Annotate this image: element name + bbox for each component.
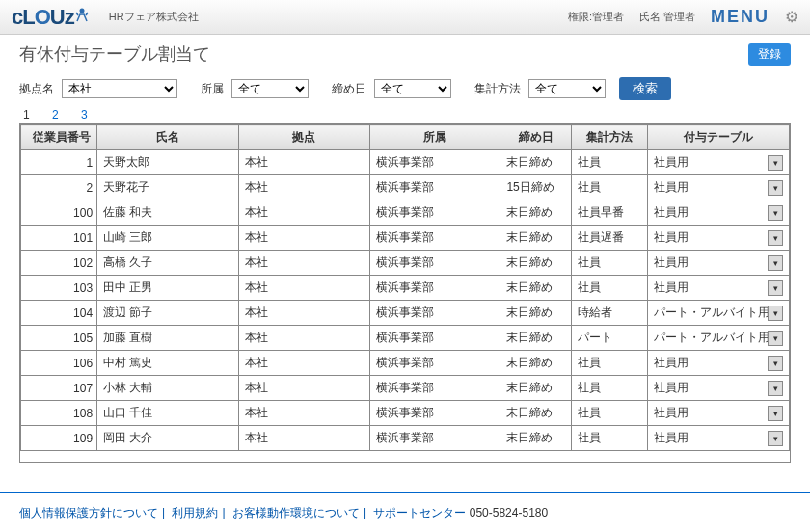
cell-aggregation: 社員: [571, 426, 647, 451]
table-container[interactable]: 従業員番号 氏名 拠点 所属 締め日 集計方法 付与テーブル 1天野太郎本社横浜…: [19, 123, 791, 463]
cell-aggregation: パート: [571, 326, 647, 351]
table-row: 105加藤 直樹本社横浜事業部末日締めパートパート・アルバイト用▾: [21, 326, 790, 351]
department-select[interactable]: 全て: [231, 79, 309, 98]
cell-assign: 社員用▾: [647, 376, 789, 401]
chevron-down-icon[interactable]: ▾: [768, 180, 783, 196]
chevron-down-icon[interactable]: ▾: [768, 331, 783, 346]
cell-name: 高橋 久子: [97, 251, 239, 276]
app-header: cLOUz HRフェア株式会社 権限:管理者 氏名:管理者 MENU ⚙: [0, 0, 810, 35]
aggregation-label: 集計方法: [474, 81, 521, 97]
cell-department: 横浜事業部: [369, 301, 500, 326]
chevron-down-icon[interactable]: ▾: [768, 381, 783, 396]
chevron-down-icon[interactable]: ▾: [768, 230, 783, 246]
chevron-down-icon[interactable]: ▾: [768, 406, 783, 421]
cell-closing: 末日締め: [500, 326, 571, 351]
chevron-down-icon[interactable]: ▾: [768, 255, 783, 271]
cell-closing: 末日締め: [500, 251, 571, 276]
svg-point-0: [79, 8, 84, 13]
cell-department: 横浜事業部: [369, 175, 500, 200]
cell-department: 横浜事業部: [369, 426, 500, 451]
cell-assign: パート・アルバイト用▾: [647, 326, 789, 351]
logo: cLOUz: [12, 5, 90, 30]
svg-line-1: [76, 13, 78, 15]
menu-button[interactable]: MENU: [711, 7, 770, 27]
cell-num: 105: [21, 326, 97, 351]
cell-aggregation: 社員遅番: [571, 226, 647, 251]
cell-num: 2: [21, 175, 97, 200]
cell-aggregation: 社員: [571, 175, 647, 200]
footer-env[interactable]: お客様動作環境について: [232, 506, 360, 519]
location-select[interactable]: 本社: [62, 79, 177, 98]
cell-aggregation: 社員: [571, 276, 647, 301]
cell-location: 本社: [239, 301, 370, 326]
cell-location: 本社: [239, 401, 370, 426]
filter-bar: 拠点名 本社 所属 全て 締め日 全て 集計方法 全て 検索: [19, 77, 791, 100]
chevron-down-icon[interactable]: ▾: [768, 205, 783, 221]
cell-assign: 社員用▾: [647, 251, 789, 276]
cell-num: 106: [21, 351, 97, 376]
cell-closing: 末日締め: [500, 401, 571, 426]
cell-aggregation: 社員: [571, 150, 647, 175]
cell-closing: 末日締め: [500, 426, 571, 451]
cell-location: 本社: [239, 326, 370, 351]
table-row: 106中村 篤史本社横浜事業部末日締め社員社員用▾: [21, 351, 790, 376]
col-closing: 締め日: [500, 125, 571, 150]
footer-support[interactable]: サポートセンター: [373, 506, 466, 519]
cell-num: 108: [21, 401, 97, 426]
cell-aggregation: 社員: [571, 251, 647, 276]
cell-closing: 末日締め: [500, 200, 571, 226]
cell-aggregation: 社員: [571, 351, 647, 376]
cell-assign: 社員用▾: [647, 226, 789, 251]
chevron-down-icon[interactable]: ▾: [768, 306, 783, 321]
cell-name: 天野花子: [97, 175, 239, 200]
footer-terms[interactable]: 利用規約: [172, 506, 218, 519]
search-button[interactable]: 検索: [619, 77, 671, 100]
cell-department: 横浜事業部: [369, 401, 500, 426]
table-row: 1天野太郎本社横浜事業部末日締め社員社員用▾: [21, 150, 790, 175]
table-row: 103田中 正男本社横浜事業部末日締め社員社員用▾: [21, 276, 790, 301]
cell-department: 横浜事業部: [369, 326, 500, 351]
gear-icon[interactable]: ⚙: [785, 8, 798, 26]
cell-location: 本社: [239, 276, 370, 301]
cell-name: 小林 大輔: [97, 376, 239, 401]
chevron-down-icon[interactable]: ▾: [768, 356, 783, 371]
footer-privacy[interactable]: 個人情報保護方針について: [19, 506, 158, 519]
aggregation-select[interactable]: 全て: [528, 79, 606, 98]
cell-closing: 末日締め: [500, 150, 571, 175]
cell-assign: 社員用▾: [647, 150, 789, 175]
cell-assign: 社員用▾: [647, 426, 789, 451]
cell-department: 横浜事業部: [369, 226, 500, 251]
closing-label: 締め日: [332, 81, 366, 97]
cell-department: 横浜事業部: [369, 376, 500, 401]
cell-aggregation: 時給者: [571, 301, 647, 326]
page-link-2[interactable]: 2: [52, 108, 59, 121]
chevron-down-icon[interactable]: ▾: [768, 431, 783, 446]
cell-closing: 末日締め: [500, 351, 571, 376]
col-name: 氏名: [97, 125, 239, 150]
table-row: 107小林 大輔本社横浜事業部末日締め社員社員用▾: [21, 376, 790, 401]
table-row: 101山崎 三郎本社横浜事業部末日締め社員遅番社員用▾: [21, 226, 790, 251]
chevron-down-icon[interactable]: ▾: [768, 155, 783, 171]
cell-name: 山口 千佳: [97, 401, 239, 426]
cell-location: 本社: [239, 376, 370, 401]
cell-name: 天野太郎: [97, 150, 239, 175]
cell-assign: 社員用▾: [647, 351, 789, 376]
register-button[interactable]: 登録: [748, 43, 791, 66]
cell-closing: 末日締め: [500, 301, 571, 326]
col-employee-number: 従業員番号: [21, 125, 97, 150]
footer-phone: 050-5824-5180: [470, 506, 548, 519]
location-label: 拠点名: [19, 81, 54, 97]
page-link-3[interactable]: 3: [81, 108, 88, 121]
cell-name: 中村 篤史: [97, 351, 239, 376]
chevron-down-icon[interactable]: ▾: [768, 280, 783, 296]
cell-location: 本社: [239, 351, 370, 376]
closing-select[interactable]: 全て: [374, 79, 451, 98]
svg-line-2: [86, 13, 88, 15]
cell-closing: 末日締め: [500, 376, 571, 401]
cell-closing: 末日締め: [500, 276, 571, 301]
cell-department: 横浜事業部: [369, 150, 500, 175]
cell-location: 本社: [239, 426, 370, 451]
col-location: 拠点: [239, 125, 370, 150]
cell-aggregation: 社員: [571, 376, 647, 401]
cell-department: 横浜事業部: [369, 200, 500, 226]
